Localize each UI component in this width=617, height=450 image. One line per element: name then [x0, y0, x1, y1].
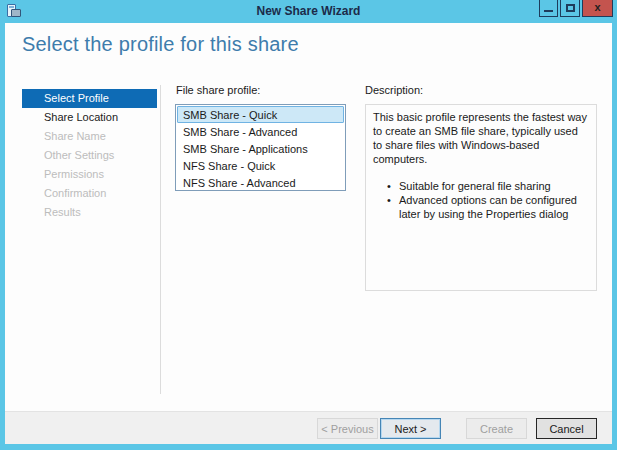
maximize-button[interactable]: [560, 0, 580, 17]
description-bullet-list: Suitable for general file sharing Advanc…: [373, 179, 589, 221]
sidebar-item-share-name: Share Name: [22, 127, 157, 146]
window-title: New Share Wizard: [0, 0, 617, 23]
cancel-button[interactable]: Cancel: [536, 418, 597, 439]
wizard-content: Select the profile for this share Select…: [5, 23, 612, 444]
list-item-nfs-quick[interactable]: NFS Share - Quick: [177, 157, 344, 174]
minimize-button[interactable]: [539, 0, 558, 17]
caption-buttons: x: [539, 0, 613, 17]
previous-button: < Previous: [317, 418, 378, 439]
sidebar-item-other-settings: Other Settings: [22, 146, 157, 165]
list-item-smb-quick[interactable]: SMB Share - Quick: [177, 106, 344, 123]
new-share-wizard-window: New Share Wizard x Select the profile fo…: [0, 0, 617, 450]
sidebar-item-confirmation: Confirmation: [22, 184, 157, 203]
page-title: Select the profile for this share: [22, 33, 299, 56]
profile-list-label: File share profile:: [176, 84, 260, 96]
sidebar-separator: [160, 85, 161, 394]
description-text: This basic profile represents the fastes…: [373, 110, 589, 166]
list-item-smb-applications[interactable]: SMB Share - Applications: [177, 140, 344, 157]
sidebar-item-permissions: Permissions: [22, 165, 157, 184]
titlebar[interactable]: New Share Wizard x: [0, 0, 617, 23]
minimize-icon: [544, 10, 553, 12]
sidebar-item-select-profile[interactable]: Select Profile: [22, 89, 157, 108]
next-button[interactable]: Next >: [380, 418, 441, 439]
description-bullet: Advanced options can be configured later…: [387, 193, 589, 221]
wizard-steps-sidebar: Select Profile Share Location Share Name…: [22, 89, 157, 222]
wizard-footer: < Previous Next > Create Cancel: [5, 411, 612, 444]
sidebar-item-results: Results: [22, 203, 157, 222]
list-item-smb-advanced[interactable]: SMB Share - Advanced: [177, 123, 344, 140]
description-label: Description:: [365, 84, 423, 96]
description-bullet: Suitable for general file sharing: [387, 179, 589, 193]
list-item-nfs-advanced[interactable]: NFS Share - Advanced: [177, 174, 344, 191]
maximize-icon: [566, 4, 575, 12]
close-icon: x: [583, 0, 612, 15]
create-button: Create: [466, 418, 527, 439]
description-box: This basic profile represents the fastes…: [365, 104, 597, 291]
file-share-profile-listbox[interactable]: SMB Share - Quick SMB Share - Advanced S…: [175, 104, 346, 191]
close-button[interactable]: x: [582, 0, 613, 17]
sidebar-item-share-location[interactable]: Share Location: [22, 108, 157, 127]
